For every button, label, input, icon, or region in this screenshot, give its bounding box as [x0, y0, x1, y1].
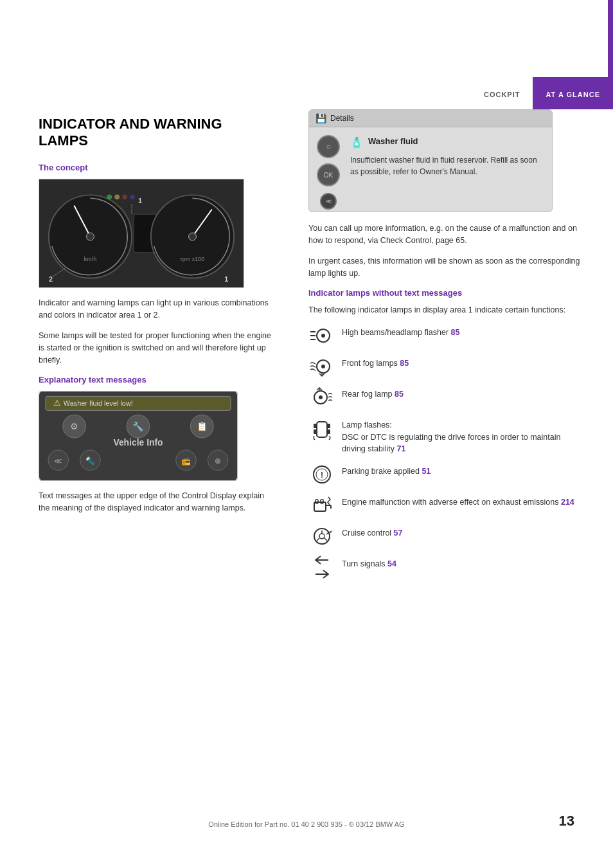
svg-text:📋: 📋 — [197, 421, 208, 432]
rear-fog-icon — [308, 386, 335, 409]
details-text-area: 🧴 Washer fluid Insufficient washer fluid… — [350, 135, 544, 177]
lamp-row-high-beams: High beams/headlamp flasher 85 — [308, 324, 585, 347]
high-beams-icon — [308, 324, 335, 347]
lamp-text-high-beams: High beams/headlamp flasher 85 — [342, 324, 459, 339]
lamp-text-cruise-control: Cruise control 57 — [342, 525, 403, 539]
nav-at-glance[interactable]: AT A GLANCE — [533, 77, 613, 109]
svg-point-13 — [114, 194, 120, 199]
svg-text:≪: ≪ — [54, 456, 62, 465]
page-number: 13 — [559, 813, 574, 829]
svg-text:1: 1 — [138, 197, 142, 204]
svg-text:⚙: ⚙ — [70, 421, 78, 431]
engine-malfunction-icon — [308, 494, 335, 517]
details-circle-icon2: OK — [317, 163, 340, 186]
svg-text:Washer fluid level low!: Washer fluid level low! — [64, 399, 133, 407]
svg-text:🔧: 🔧 — [132, 421, 144, 432]
lamp-row-rear-fog: Rear fog lamp 85 — [308, 386, 585, 409]
lamp-text-parking-brake: Parking brake applied 51 — [342, 463, 431, 478]
svg-point-15 — [130, 194, 135, 199]
svg-text:!: ! — [321, 471, 323, 480]
lamp-row-dsc: Lamp flashes:DSC or DTC is regulating th… — [308, 417, 585, 455]
at-glance-label: AT A GLANCE — [546, 91, 600, 98]
svg-point-46 — [321, 365, 325, 368]
turn-signals-icon — [308, 556, 335, 579]
svg-point-10 — [189, 233, 197, 240]
cockpit-label: COCKPIT — [484, 91, 520, 98]
concept-heading: The concept — [39, 163, 276, 172]
purple-accent-bar — [608, 0, 613, 84]
lamp-row-cruise-control: Cruise control 57 — [308, 525, 585, 548]
footer-text: Online Edition for Part no. 01 40 2 903 … — [0, 820, 613, 828]
details-icon-area: ○ OK ≪ ⊕ — [317, 135, 340, 212]
right-column: 💾 Details ○ OK ≪ ⊕ 🧴 — [308, 109, 585, 586]
instrument-cluster-image: km/h --.- TEMP rpm x100 1 — [39, 179, 244, 288]
concept-text1: Indicator and warning lamps can light up… — [39, 297, 276, 322]
details-washer-body: Insufficient washer fluid in fluid reser… — [350, 154, 544, 177]
svg-rect-52 — [314, 424, 317, 428]
svg-point-49 — [319, 395, 323, 399]
svg-text:2: 2 — [49, 275, 53, 282]
details-panel: 💾 Details ○ OK ≪ ⊕ 🧴 — [308, 109, 553, 212]
parking-brake-icon: ! — [308, 463, 335, 486]
svg-point-44 — [321, 334, 325, 338]
svg-text:km/h: km/h — [84, 256, 96, 262]
info-text2: In urgent cases, this information will b… — [308, 255, 585, 280]
lamp-text-engine-malfunction: Engine malfunction with adverse effect o… — [342, 494, 574, 509]
explanatory-text: Text messages at the upper edge of the C… — [39, 490, 276, 515]
svg-text:Vehicle Info: Vehicle Info — [113, 437, 163, 448]
svg-text:⊕: ⊕ — [215, 456, 221, 465]
cruise-control-icon — [308, 525, 335, 548]
svg-text:🔦: 🔦 — [85, 455, 95, 465]
details-panel-header: 💾 Details — [309, 110, 552, 127]
section-title: INDICATOR AND WARNING LAMPS — [39, 116, 276, 150]
lamp-row-engine-malfunction: Engine malfunction with adverse effect o… — [308, 494, 585, 517]
lamp-text-dsc: Lamp flashes:DSC or DTC is regulating th… — [342, 417, 585, 455]
lamp-text-rear-fog: Rear fog lamp 85 — [342, 386, 404, 401]
lamp-text-turn-signals: Turn signals 54 — [342, 556, 396, 570]
indicator-heading: Indicator lamps without text messages — [308, 288, 585, 298]
svg-point-12 — [107, 194, 112, 199]
svg-line-67 — [317, 538, 319, 541]
nav-cockpit[interactable]: COCKPIT — [471, 77, 533, 109]
svg-text:1: 1 — [224, 275, 228, 282]
svg-rect-55 — [327, 429, 330, 434]
svg-line-68 — [324, 538, 327, 541]
details-circle-icon1: ○ — [317, 135, 340, 158]
top-navigation: COCKPIT AT A GLANCE — [471, 77, 613, 109]
concept-text2: Some lamps will be tested for proper fun… — [39, 330, 276, 367]
details-circle-icon3: ≪ — [320, 193, 337, 210]
svg-text:📻: 📻 — [181, 455, 191, 465]
info-text1: You can call up more information, e.g. o… — [308, 222, 585, 248]
explanatory-heading: Explanatory text messages — [39, 375, 276, 384]
lamp-text-front-fog: Front fog lamps 85 — [342, 355, 409, 370]
svg-text:⚠: ⚠ — [53, 398, 61, 408]
svg-point-65 — [319, 534, 324, 539]
lamp-row-turn-signals: Turn signals 54 — [308, 556, 585, 579]
lamp-row-parking-brake: ! Parking brake applied 51 — [308, 463, 585, 486]
details-washer-title: Washer fluid — [368, 135, 418, 148]
svg-text:rpm x100: rpm x100 — [181, 256, 204, 262]
lamp-row-front-fog: Front fog lamps 85 — [308, 355, 585, 378]
svg-point-3 — [87, 233, 94, 240]
left-column: INDICATOR AND WARNING LAMPS The concept … — [39, 116, 276, 522]
svg-point-14 — [122, 194, 127, 199]
svg-rect-51 — [317, 422, 327, 437]
svg-rect-54 — [314, 429, 317, 434]
details-panel-body: ○ OK ≪ ⊕ 🧴 Washer fluid Insufficient was… — [309, 127, 552, 212]
indicator-subtext: The following indicator lamps in display… — [308, 304, 585, 316]
control-display-image: ⚠ Washer fluid level low! Vehicle Info ⚙… — [39, 391, 238, 481]
dsc-icon — [308, 417, 335, 440]
front-fog-icon — [308, 355, 335, 378]
svg-rect-53 — [327, 424, 330, 428]
